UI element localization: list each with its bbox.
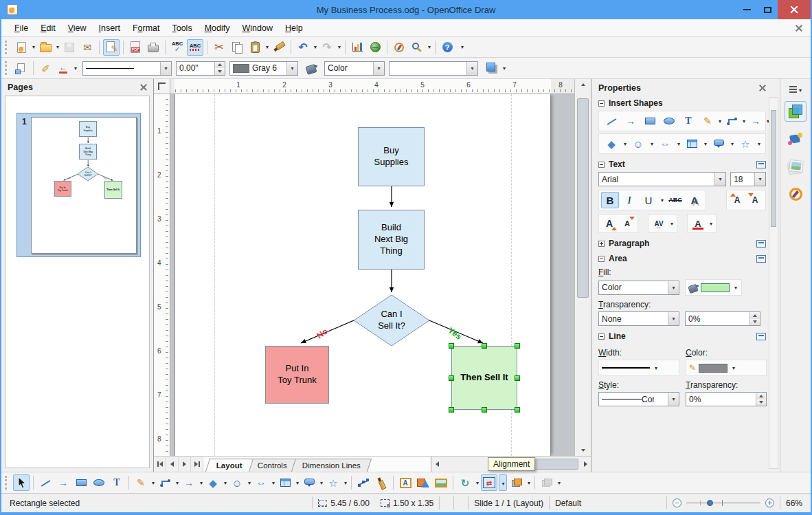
line-dialog-launcher-icon[interactable] xyxy=(756,333,766,340)
lines-arrows-tool-button[interactable]: → xyxy=(181,474,197,491)
font-size-combo[interactable]: 18 xyxy=(730,172,766,186)
insert-image-button[interactable] xyxy=(433,474,449,491)
node-then-sell-it[interactable]: Then Sell It xyxy=(451,346,517,410)
increase-spacing-button[interactable]: A xyxy=(729,193,745,208)
tab-layout[interactable]: Layout xyxy=(205,459,253,472)
character-spacing-button[interactable]: AV↔ xyxy=(651,216,667,231)
block-arrows-dropdown[interactable] xyxy=(675,141,681,147)
shadow-button[interactable] xyxy=(484,60,500,76)
page-thumbnail-selected[interactable]: 1 xyxy=(16,113,141,257)
insert-rectangle-button[interactable] xyxy=(642,113,658,129)
selection-handle[interactable] xyxy=(449,375,454,381)
status-template[interactable]: Default xyxy=(550,498,666,508)
fill-color-dropdown-button[interactable] xyxy=(685,279,742,296)
page-thumbnail[interactable] xyxy=(31,117,137,254)
curve-dropdown[interactable] xyxy=(718,118,721,124)
tab-dimension-lines[interactable]: Dimension Lines xyxy=(291,459,371,472)
node-put-in-toy-trunk[interactable]: Put In Toy Trunk xyxy=(265,346,329,404)
arrow-style-button[interactable]: ← xyxy=(55,60,71,76)
toolbar-options-dropdown[interactable] xyxy=(501,65,507,72)
fill-color-arrow[interactable] xyxy=(732,285,738,291)
close-document-icon[interactable] xyxy=(796,25,802,32)
basic-shapes-tool-button[interactable]: ◆ xyxy=(205,474,221,491)
selection-handle[interactable] xyxy=(449,407,454,413)
symbol-shapes-tool-button[interactable]: ☺ xyxy=(229,474,245,491)
sidebar-tab-gallery[interactable] xyxy=(785,129,807,149)
menu-insert[interactable]: Insert xyxy=(93,21,126,36)
basic-shapes-dropdown[interactable] xyxy=(222,480,228,486)
strikethrough-button[interactable]: ABC xyxy=(666,192,684,208)
sidebar-tab-navigator[interactable] xyxy=(785,184,807,204)
spin-up[interactable] xyxy=(215,62,225,69)
collapse-area-icon[interactable] xyxy=(598,256,605,262)
insert-text-button[interactable]: T xyxy=(680,113,697,129)
zoom-button[interactable] xyxy=(409,39,425,56)
combo-arrow-icon[interactable] xyxy=(668,312,679,325)
first-page-button[interactable] xyxy=(154,457,166,472)
combo-arrow-icon[interactable] xyxy=(668,393,679,406)
increase-font-button[interactable]: A xyxy=(601,216,618,231)
menu-tools[interactable]: Tools xyxy=(166,21,198,36)
symbol-shapes-button[interactable]: ☺ xyxy=(630,136,646,151)
stars-dropdown[interactable] xyxy=(756,141,762,147)
collapse-line-icon[interactable] xyxy=(598,333,605,340)
toolbar-options-dropdown[interactable] xyxy=(556,480,562,486)
new-dropdown[interactable] xyxy=(30,44,36,50)
font-color-dropdown[interactable] xyxy=(708,221,714,227)
text-tool-button[interactable]: T xyxy=(109,474,125,491)
clone-formatting-button[interactable] xyxy=(271,39,287,56)
toolbar-grip[interactable] xyxy=(5,61,9,75)
alignment-dropdown[interactable] xyxy=(499,474,507,491)
curve-dropdown[interactable] xyxy=(150,480,156,486)
fontwork-button[interactable]: A xyxy=(397,474,414,491)
font-color-button[interactable]: A xyxy=(690,216,706,231)
rotate-dropdown[interactable] xyxy=(474,480,480,486)
combo-arrow-icon[interactable] xyxy=(754,173,765,186)
zoom-dropdown[interactable] xyxy=(426,44,432,50)
sidebar-tab-styles[interactable] xyxy=(785,156,807,177)
italic-button[interactable]: I xyxy=(620,192,638,208)
node-build-next-big-thing[interactable]: Build Next Big Thing xyxy=(358,210,425,270)
decrease-font-button[interactable]: A xyxy=(619,216,635,231)
symbol-shapes-dropdown[interactable] xyxy=(649,141,655,147)
close-button[interactable] xyxy=(778,0,811,19)
rectangle-tool-button[interactable] xyxy=(73,474,89,491)
line-width-dropdown-button[interactable] xyxy=(598,360,679,376)
area-dialog-launcher-icon[interactable] xyxy=(756,255,766,263)
line-color-arrow[interactable] xyxy=(730,365,736,371)
symbol-shapes-dropdown[interactable] xyxy=(246,480,252,486)
insert-connector-button[interactable] xyxy=(723,113,740,129)
spin-down[interactable] xyxy=(756,399,766,406)
undo-dropdown[interactable] xyxy=(312,44,318,50)
block-arrows-tool-button[interactable]: ⇔ xyxy=(253,474,269,491)
scroll-left-icon[interactable] xyxy=(431,457,442,472)
spin-up[interactable] xyxy=(756,393,766,399)
next-page-button[interactable] xyxy=(179,457,191,472)
selection-handle[interactable] xyxy=(482,407,487,413)
callouts-dropdown[interactable] xyxy=(729,141,735,147)
tab-controls[interactable]: Controls xyxy=(247,459,298,472)
stars-dropdown[interactable] xyxy=(342,480,348,486)
connector-dropdown[interactable] xyxy=(742,118,745,124)
spellcheck-button[interactable]: ABC✓ xyxy=(169,39,185,56)
navigator-button[interactable] xyxy=(391,39,407,56)
sidebar-tab-properties[interactable] xyxy=(785,101,807,122)
arrange-button[interactable] xyxy=(508,474,525,491)
line-color-dropdown-button[interactable]: ✎ xyxy=(686,360,767,376)
flowchart-shapes-button[interactable] xyxy=(684,136,700,151)
pscroll-thumb[interactable] xyxy=(771,110,776,227)
shadow-text-button[interactable]: A xyxy=(686,192,703,208)
open-dropdown[interactable] xyxy=(54,44,60,50)
node-buy-supplies[interactable]: Buy Supplies xyxy=(358,127,425,186)
chart-button[interactable] xyxy=(349,39,365,56)
previous-page-button[interactable] xyxy=(166,457,179,472)
edit-mode-button[interactable]: ✎ xyxy=(103,39,120,56)
flowchart-tool-button[interactable] xyxy=(277,474,293,491)
flowchart-dropdown[interactable] xyxy=(294,480,300,486)
transparency-spinner[interactable]: 0% xyxy=(685,311,760,326)
ellipse-tool-button[interactable] xyxy=(91,474,107,491)
insert-lines-arrows-button[interactable]: → xyxy=(747,113,764,129)
paste-button[interactable] xyxy=(247,39,263,56)
styles-button[interactable] xyxy=(13,60,30,76)
callouts-tool-button[interactable] xyxy=(301,474,317,491)
